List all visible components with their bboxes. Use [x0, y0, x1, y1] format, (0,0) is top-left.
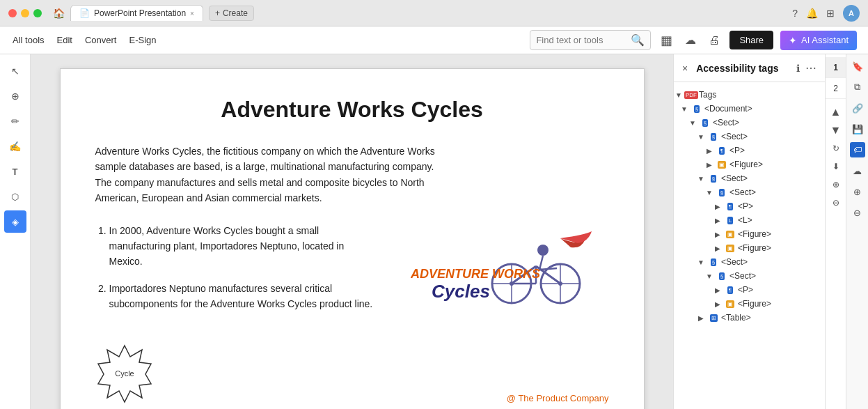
svg-text:ADVENTURE WORKS: ADVENTURE WORKS — [411, 267, 540, 281]
slide-logo-area: ADVENTURE WORKS Cycles — [400, 216, 609, 323]
search-input[interactable] — [536, 35, 626, 45]
scroll-up-button[interactable]: ▲ — [828, 105, 844, 120]
print-icon[interactable]: 🖨 — [706, 33, 723, 48]
page-2-button[interactable]: 2 — [826, 78, 846, 99]
tree-node-l[interactable]: ▶ L <L> — [674, 213, 825, 227]
home-icon[interactable]: 🏠 — [53, 8, 65, 19]
maximize-button[interactable] — [33, 9, 42, 17]
cloud-download-icon[interactable]: ☁ — [850, 163, 865, 178]
expand-arrow: ▶ — [713, 203, 723, 210]
tree-node-figure-2[interactable]: ▶ ▣ <Figure> — [674, 227, 825, 241]
tool-stamp[interactable]: ⬡ — [4, 185, 26, 208]
tool-cursor[interactable]: ↖ — [4, 60, 26, 82]
tree-node-sect-3[interactable]: ▼ § <Sect> — [674, 171, 825, 185]
tree-node-figure-1[interactable]: ▶ ▣ <Figure> — [674, 157, 825, 171]
sect-icon: § — [700, 117, 711, 128]
tree-node-figure-3[interactable]: ▶ ▣ <Figure> — [674, 241, 825, 255]
plus-icon: + — [215, 8, 220, 18]
titlebar: 🏠 📄 PowerPoint Presentation × + Create ?… — [0, 0, 868, 26]
tree-node-tags[interactable]: ▼ PDF Tags — [674, 88, 825, 102]
ai-assistant-button[interactable]: ✦ AI Assistant — [780, 31, 857, 50]
text-icon: T — [13, 167, 18, 177]
tree-node-p-2[interactable]: ▶ ¶ <P> — [674, 199, 825, 213]
tag-active-icon[interactable]: 🏷 — [850, 142, 865, 157]
search-box[interactable]: 🔍 — [530, 30, 651, 50]
tag-label: <Sect> — [721, 257, 748, 267]
menu-all-tools[interactable]: All tools — [11, 32, 46, 48]
tree-node-table[interactable]: ▶ ⊞ <Table> — [674, 311, 825, 325]
minimize-button[interactable] — [21, 9, 29, 17]
figure-icon: ▣ — [725, 298, 736, 309]
tool-text[interactable]: T — [4, 160, 26, 183]
scroll-down-button[interactable]: ▼ — [828, 123, 844, 138]
tree-node-figure-4[interactable]: ▶ ▣ <Figure> — [674, 297, 825, 311]
link-icon[interactable]: 🔗 — [850, 100, 865, 116]
info-icon[interactable]: ℹ — [796, 63, 800, 74]
titlebar-right: ? 🔔 ⊞ A — [792, 5, 860, 22]
tag-tree: ▼ PDF Tags ▼ § <Document> ▼ § <Sect> — [674, 82, 825, 409]
doc-icon: § — [691, 103, 702, 114]
zoom-in-button[interactable]: ⊕ — [828, 177, 844, 192]
tree-node-p-3[interactable]: ▶ ¶ <P> — [674, 283, 825, 297]
tree-node-document[interactable]: ▼ § <Document> — [674, 102, 825, 116]
tab-close-icon[interactable]: × — [190, 10, 194, 17]
expand-arrow: ▶ — [704, 147, 714, 155]
panel-title: Accessibility tags — [696, 63, 791, 74]
upload-icon[interactable]: ☁ — [682, 32, 699, 48]
expand-arrow: ▼ — [679, 105, 689, 113]
more-options-icon[interactable]: ⋯ — [805, 61, 816, 75]
tool-edit[interactable]: ✏ — [4, 110, 26, 132]
download-button[interactable]: ⬇ — [828, 159, 844, 174]
expand-arrow: ▼ — [704, 272, 714, 280]
apps-icon[interactable]: ⊞ — [826, 8, 835, 19]
zoom-in-panel-icon[interactable]: ⊕ — [850, 184, 865, 199]
menu-convert[interactable]: Convert — [84, 32, 118, 48]
sect-icon: § — [716, 187, 727, 198]
p-icon: ¶ — [725, 284, 736, 295]
view-icon[interactable]: ▦ — [658, 31, 675, 49]
copy-icon[interactable]: ⧉ — [850, 79, 865, 95]
menu-esign[interactable]: E-Sign — [127, 32, 157, 48]
tag-label: Tags — [699, 90, 716, 100]
close-button[interactable] — [8, 9, 17, 17]
sect-icon: § — [708, 131, 719, 142]
search-icon: 🔍 — [631, 33, 645, 47]
page-navigation: 1 2 ▲ ▼ ↻ ⬇ ⊕ ⊖ — [825, 54, 846, 409]
expand-arrow: ▶ — [713, 217, 723, 224]
share-button[interactable]: Share — [729, 31, 773, 49]
bookmark-icon[interactable]: 🔖 — [850, 59, 865, 74]
save-icon[interactable]: 💾 — [850, 121, 865, 137]
panel-close-icon[interactable]: × — [682, 63, 688, 74]
tag-label: <Sect> — [713, 118, 739, 128]
active-tab[interactable]: 📄 PowerPoint Presentation × — [70, 5, 203, 21]
tag-label: <Document> — [704, 104, 752, 114]
zoom-out-button[interactable]: ⊖ — [828, 195, 844, 210]
tree-node-sect-6[interactable]: ▼ § <Sect> — [674, 269, 825, 283]
notification-icon[interactable]: 🔔 — [806, 8, 818, 19]
tree-node-sect-5[interactable]: ▼ § <Sect> — [674, 255, 825, 269]
refresh-button[interactable]: ↻ — [828, 141, 844, 156]
tree-node-sect-2[interactable]: ▼ § <Sect> — [674, 130, 825, 144]
expand-arrow: ▶ — [713, 300, 723, 308]
user-avatar[interactable]: A — [843, 5, 860, 22]
tool-markup[interactable]: ✍ — [4, 135, 26, 157]
slide-title: Adventure Works Cycles — [95, 97, 609, 123]
menu-edit[interactable]: Edit — [56, 32, 74, 48]
expand-arrow: ▼ — [688, 119, 697, 127]
help-icon[interactable]: ? — [792, 8, 798, 19]
page-1-button[interactable]: 1 — [826, 57, 846, 78]
zoom-out-panel-icon[interactable]: ⊖ — [850, 205, 865, 220]
tool-ai[interactable]: ◈ — [4, 210, 26, 233]
figure-icon: ▣ — [716, 159, 727, 170]
tool-zoom[interactable]: ⊕ — [4, 85, 26, 107]
p-icon: ¶ — [725, 201, 736, 212]
expand-arrow: ▼ — [674, 91, 684, 99]
edit-icon: ✏ — [11, 116, 19, 127]
new-tab-button[interactable]: + Create — [209, 6, 254, 21]
expand-arrow: ▶ — [713, 231, 723, 238]
tree-node-sect-4[interactable]: ▼ § <Sect> — [674, 185, 825, 199]
expand-arrow: ▼ — [696, 133, 706, 141]
traffic-lights — [8, 9, 42, 17]
tree-node-sect-1[interactable]: ▼ § <Sect> — [674, 116, 825, 130]
tree-node-p-1[interactable]: ▶ ¶ <P> — [674, 144, 825, 157]
